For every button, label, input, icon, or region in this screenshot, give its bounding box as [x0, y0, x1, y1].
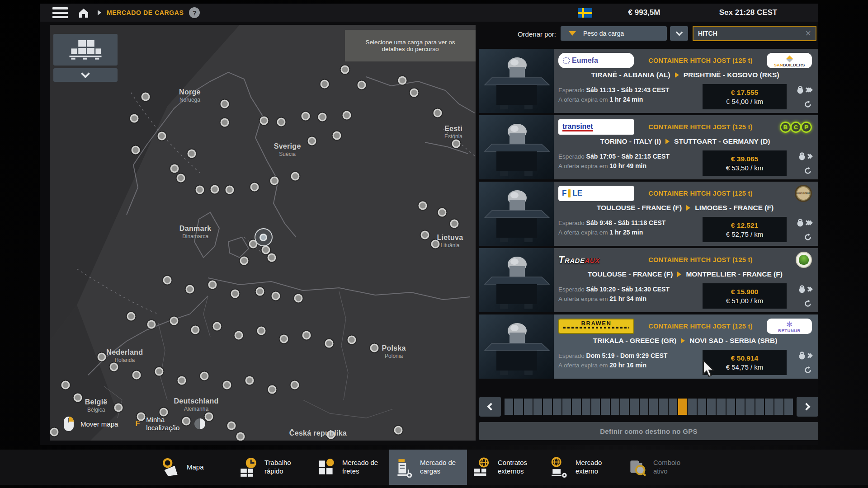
nav-trabalho-rapido[interactable]: Trabalhorápido: [234, 450, 311, 485]
map-city-dot[interactable]: [110, 363, 118, 371]
map-city-dot[interactable]: [231, 290, 239, 298]
map-city-dot[interactable]: [272, 291, 280, 300]
map-city-dot[interactable]: [342, 111, 351, 119]
map-city-dot[interactable]: [205, 412, 213, 421]
map-city-dot[interactable]: [268, 385, 276, 394]
map-city-dot[interactable]: [290, 380, 299, 389]
page-segment[interactable]: [745, 399, 754, 415]
map-city-dot[interactable]: [431, 239, 440, 248]
map-city-dot[interactable]: [61, 380, 70, 389]
map-city-dot[interactable]: [170, 317, 179, 325]
page-segment[interactable]: [707, 399, 716, 415]
map-city-dot[interactable]: [318, 113, 326, 122]
page-segment[interactable]: [611, 399, 619, 415]
page-segment[interactable]: [736, 399, 745, 415]
map-city-dot[interactable]: [370, 343, 378, 352]
map-city-dot[interactable]: [302, 112, 310, 121]
page-segment[interactable]: [774, 399, 783, 415]
page-segment[interactable]: [698, 399, 706, 415]
collapse-button[interactable]: [53, 68, 118, 82]
map-city-dot[interactable]: [257, 327, 266, 335]
map-city-dot[interactable]: [256, 287, 264, 296]
map-city-dot[interactable]: [157, 131, 166, 140]
map-city-dot[interactable]: [114, 404, 123, 412]
map-city-dot[interactable]: [419, 202, 427, 210]
map-city-dot[interactable]: [394, 426, 403, 435]
page-segment[interactable]: [640, 399, 648, 415]
prev-page-button[interactable]: [479, 397, 501, 417]
map-city-dot[interactable]: [74, 394, 82, 402]
map-city-dot[interactable]: [302, 331, 311, 340]
map-city-dot[interactable]: [200, 372, 208, 380]
nav-comboio-ativo[interactable]: Comboioativo: [623, 450, 700, 485]
map-city-dot[interactable]: [340, 66, 349, 74]
nav-mercado-de-cargas[interactable]: Mercado decargas: [389, 450, 467, 485]
map-city-dot[interactable]: [450, 219, 458, 228]
page-segment[interactable]: [669, 399, 677, 415]
nav-mercado-externo[interactable]: Mercadoexterno: [545, 450, 623, 485]
page-segment[interactable]: [543, 399, 552, 415]
sort-direction-button[interactable]: [670, 26, 688, 41]
clear-search-icon[interactable]: ×: [801, 28, 816, 38]
page-segment[interactable]: [765, 399, 774, 415]
page-segment[interactable]: [572, 399, 580, 415]
map-city-dot[interactable]: [141, 93, 150, 101]
map-city-dot[interactable]: [127, 312, 135, 320]
map-city-dot[interactable]: [195, 186, 204, 194]
page-segment[interactable]: [562, 399, 571, 415]
map-city-dot[interactable]: [191, 326, 200, 334]
page-segment[interactable]: [514, 399, 523, 415]
nav-mapa[interactable]: Mapa: [156, 450, 234, 485]
next-page-button[interactable]: [797, 397, 818, 417]
map-city-dot[interactable]: [332, 131, 341, 140]
page-segment[interactable]: [553, 399, 561, 415]
page-segment[interactable]: [524, 399, 533, 415]
page-segment[interactable]: [726, 399, 735, 415]
sort-dropdown[interactable]: Peso da carga: [561, 26, 667, 41]
map-city-dot[interactable]: [434, 109, 442, 117]
map-city-dot[interactable]: [277, 118, 286, 127]
map-city-dot[interactable]: [132, 371, 141, 379]
map-city-dot[interactable]: [398, 76, 406, 85]
map-city-dot[interactable]: [452, 140, 460, 148]
page-segment[interactable]: [620, 399, 629, 415]
map-city-dot[interactable]: [163, 276, 171, 284]
map-city-dot[interactable]: [320, 80, 329, 88]
map-city-dot[interactable]: [280, 334, 288, 343]
page-segment[interactable]: [784, 399, 793, 415]
map-city-dot[interactable]: [357, 81, 366, 89]
map-city-dot[interactable]: [97, 353, 106, 361]
map-city-dot[interactable]: [267, 253, 276, 262]
map-city-dot[interactable]: [185, 285, 194, 294]
menu-icon[interactable]: [52, 7, 68, 18]
map-city-dot[interactable]: [235, 331, 243, 340]
map-city-dot[interactable]: [259, 116, 268, 125]
help-icon[interactable]: ?: [189, 7, 200, 18]
map-city-dot[interactable]: [325, 339, 333, 347]
home-icon[interactable]: [78, 7, 90, 19]
map-city-dot[interactable]: [147, 320, 156, 329]
map-city-dot[interactable]: [170, 164, 179, 173]
page-segment[interactable]: [630, 399, 638, 415]
nav-mercado-de-fretes[interactable]: Mercado defretes: [311, 450, 389, 485]
map-city-dot[interactable]: [208, 281, 217, 289]
page-segment[interactable]: [601, 399, 609, 415]
map-city-dot[interactable]: [420, 230, 429, 239]
cargo-offer-row[interactable]: TRADEAUX CONTAINER HITCH JOST (125 t) TO…: [479, 248, 818, 312]
map-city-dot[interactable]: [130, 114, 139, 123]
cargo-offer-row[interactable]: Eumefa CONTAINER HITCH JOST (125 t) SANB…: [479, 49, 818, 113]
map-city-dot[interactable]: [177, 174, 185, 182]
map-city-dot[interactable]: [222, 380, 231, 389]
map-city-dot[interactable]: [270, 177, 279, 185]
map-city-dot[interactable]: [227, 421, 236, 430]
page-segment[interactable]: [688, 399, 696, 415]
map-city-dot[interactable]: [326, 431, 335, 439]
page-segment[interactable]: [649, 399, 658, 415]
page-segment[interactable]: [505, 399, 513, 415]
page-segment[interactable]: [755, 399, 764, 415]
map-city-dot[interactable]: [410, 88, 419, 97]
nav-contratos-externos[interactable]: Contratosexternos: [467, 450, 545, 485]
page-segment[interactable]: [659, 399, 667, 415]
map-city-dot[interactable]: [221, 118, 229, 127]
search-input[interactable]: [693, 30, 801, 37]
